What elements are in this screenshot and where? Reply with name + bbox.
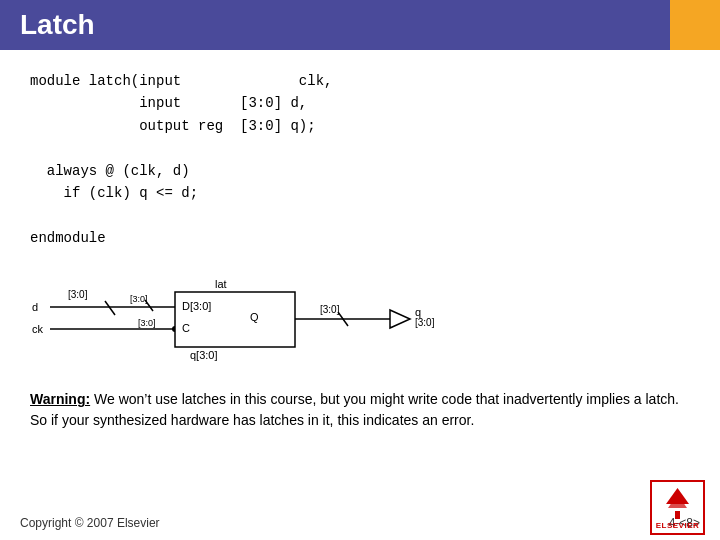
code-line-2: input [3:0] d, — [30, 92, 690, 114]
circuit-diagram: [3:0] d ck lat D[3:0] C Q [ — [30, 264, 690, 374]
code-line-6: if (clk) q <= d; — [30, 182, 690, 204]
svg-line-3 — [105, 301, 115, 315]
elsevier-logo: ELSEVIER — [650, 480, 705, 535]
svg-text:[3:0]: [3:0] — [138, 318, 156, 328]
svg-text:[3:0]: [3:0] — [130, 294, 148, 304]
warning-paragraph: Warning: We won’t use latches in this co… — [30, 389, 690, 431]
svg-text:[3:0]: [3:0] — [320, 304, 340, 315]
svg-text:[3:0]: [3:0] — [415, 317, 435, 328]
svg-text:lat: lat — [215, 278, 227, 290]
elsevier-tree-icon — [660, 486, 695, 521]
svg-text:Q: Q — [250, 311, 259, 323]
footer: Copyright © 2007 Elsevier 4-<8> — [0, 516, 720, 530]
svg-line-20 — [145, 300, 153, 311]
code-line-7 — [30, 204, 690, 226]
code-block: module latch(input clk, input [3:0] d, o… — [30, 70, 690, 249]
svg-text:d: d — [32, 301, 38, 313]
svg-text:D[3:0]: D[3:0] — [182, 300, 211, 312]
code-line-5: always @ (clk, d) — [30, 160, 690, 182]
main-content: module latch(input clk, input [3:0] d, o… — [0, 50, 720, 461]
svg-rect-22 — [675, 511, 680, 519]
code-line-3: output reg [3:0] q); — [30, 115, 690, 137]
title-bar: Latch — [0, 0, 720, 50]
copyright-text: Copyright © 2007 Elsevier — [20, 516, 160, 530]
svg-text:q[3:0]: q[3:0] — [190, 349, 218, 361]
code-line-8: endmodule — [30, 227, 690, 249]
svg-text:C: C — [182, 322, 190, 334]
svg-marker-15 — [390, 310, 410, 328]
svg-text:[3:0]: [3:0] — [68, 289, 88, 300]
diagram-svg: [3:0] d ck lat D[3:0] C Q [ — [30, 264, 510, 374]
warning-body: We won’t use latches in this course, but… — [30, 391, 679, 428]
code-line-4 — [30, 137, 690, 159]
warning-label: Warning: — [30, 391, 90, 407]
orange-corner-decoration — [670, 0, 720, 50]
svg-text:ck: ck — [32, 323, 44, 335]
elsevier-text-label: ELSEVIER — [656, 521, 700, 530]
page-title: Latch — [20, 9, 95, 41]
elsevier-box: ELSEVIER — [650, 480, 705, 535]
code-line-1: module latch(input clk, — [30, 70, 690, 92]
